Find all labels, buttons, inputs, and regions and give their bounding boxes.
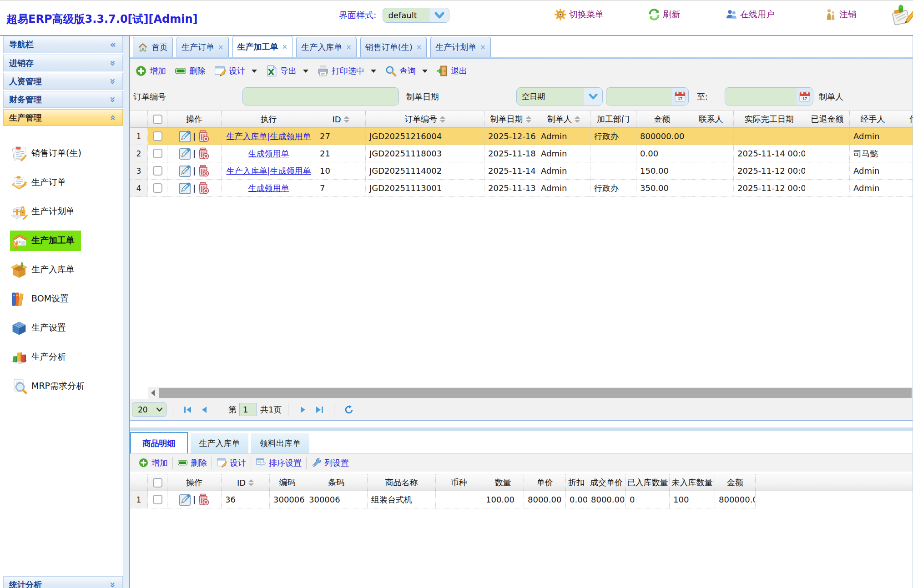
switch-menu-link[interactable]: 切换菜单 (554, 8, 604, 21)
tab-production-process[interactable]: 生产加工单× (232, 36, 293, 57)
trash-icon[interactable] (197, 493, 209, 506)
sidebar-splitter[interactable] (123, 36, 129, 588)
column-quantity-header[interactable]: 数量 (482, 474, 524, 491)
edit-icon[interactable] (179, 147, 192, 160)
row-checkbox[interactable] (153, 166, 162, 176)
detail-design-button[interactable]: 设计 (217, 457, 246, 468)
edit-icon[interactable] (179, 130, 192, 142)
tab-sales-order[interactable]: 销售订单(生)× (360, 37, 427, 57)
column-actual-finish-date-header[interactable]: 实际完工日期 (734, 111, 805, 127)
column-barcode-header[interactable]: 条码 (305, 474, 368, 491)
edit-icon[interactable] (179, 182, 192, 194)
column-amount-header[interactable]: 金额 (636, 111, 688, 127)
detail-add-button[interactable]: 增加 (138, 457, 168, 468)
column-id-header[interactable]: ID (222, 474, 270, 491)
trash-icon[interactable] (197, 182, 209, 194)
ui-style-select[interactable]: default (383, 8, 449, 23)
column-code-header[interactable]: 编码 (270, 474, 305, 491)
collapse-panel-icon[interactable]: « (110, 40, 116, 50)
table-row[interactable]: 3|生产入库单|生成领用单10JGD202511140022025-11-14A… (130, 162, 913, 180)
last-page-button[interactable] (314, 405, 324, 415)
column-amount-header[interactable]: 金额 (715, 474, 756, 491)
close-tab-icon[interactable]: × (346, 43, 352, 51)
sidebar-item-production-process[interactable]: 生产加工单 (3, 226, 123, 255)
date-to-input[interactable]: 17 (725, 87, 813, 106)
sidebar-item-production-analysis[interactable]: 生产分析 (3, 342, 123, 372)
calendar-icon[interactable]: 17 (797, 88, 813, 105)
refresh-grid-button[interactable] (344, 405, 354, 415)
execute-link[interactable]: 生产入库单|生成领用单 (226, 131, 311, 142)
column-refunded-amount-header[interactable]: 已退金额 (805, 111, 850, 127)
chevron-double-down-icon[interactable]: » (108, 96, 118, 103)
column-maker-header[interactable]: 制单人 (537, 111, 590, 127)
tab-production-order[interactable]: 生产订单× (177, 37, 229, 57)
execute-link[interactable]: 生产入库单|生成领用单 (226, 166, 311, 176)
table-row[interactable]: 1|36300006300006组装台式机100.008000.000.0080… (130, 491, 913, 508)
table-row[interactable]: 1|生产入库单|生成领用单27JGD202512160042025-12-16A… (130, 128, 913, 145)
sort-settings-button[interactable]: 排序设置 (256, 457, 302, 468)
chevron-down-icon[interactable] (584, 88, 602, 105)
logout-link[interactable]: 注销 (824, 8, 857, 21)
sort-icon[interactable] (526, 116, 531, 123)
column-select-all-header[interactable] (148, 474, 167, 491)
column-discount-header[interactable]: 折扣 (566, 474, 587, 491)
first-page-button[interactable] (183, 405, 193, 415)
select-all-checkbox[interactable] (153, 478, 162, 487)
column-contact-header[interactable]: 联系人 (688, 111, 734, 127)
column-process-dept-header[interactable]: 加工部门 (590, 111, 636, 127)
detail-tab-production-inbound[interactable]: 生产入库单 (191, 433, 248, 453)
column-deal-price-header[interactable]: 成交单价 (587, 474, 626, 491)
scroll-left-arrow[interactable] (148, 387, 158, 399)
column-settings-button[interactable]: 列设置 (311, 457, 349, 468)
page-size-select[interactable]: 20 (132, 402, 166, 417)
select-all-checkbox[interactable] (153, 115, 162, 124)
export-button[interactable]: 导出 (266, 65, 308, 77)
row-checkbox[interactable] (153, 183, 162, 193)
query-button[interactable]: 查询 (385, 65, 428, 77)
detail-tab-material-outbound[interactable]: 领料出库单 (251, 433, 309, 453)
chevron-down-icon[interactable] (153, 403, 166, 416)
sidebar-item-production-order[interactable]: 生产订单 (3, 168, 123, 197)
sidebar-item-production-inbound[interactable]: 生产入库单 (3, 255, 123, 284)
chevron-double-up-icon[interactable]: » (108, 115, 118, 121)
order-no-input[interactable] (242, 87, 399, 106)
calendar-icon[interactable]: 17 (672, 88, 688, 105)
execute-link[interactable]: 生成领用单 (248, 148, 289, 159)
trash-icon[interactable] (197, 130, 209, 142)
sort-icon[interactable] (440, 116, 445, 123)
table-row[interactable]: 2|生成领用单21JGD202511180032025-11-18Admin0.… (130, 145, 913, 162)
column-operation-header[interactable]: 操作 (167, 474, 222, 491)
sidebar-section-finance[interactable]: 财务管理» (3, 91, 123, 108)
date-mode-select[interactable]: 空日期 (516, 87, 603, 106)
detail-delete-button[interactable]: 删除 (177, 457, 207, 468)
sort-icon[interactable] (344, 116, 349, 123)
dropdown-arrow-icon[interactable] (371, 70, 376, 73)
sidebar-item-bom-settings[interactable]: BOM设置 (3, 284, 123, 313)
row-checkbox[interactable] (153, 131, 162, 141)
tab-home[interactable]: 首页 (133, 37, 173, 57)
dropdown-arrow-icon[interactable] (422, 70, 428, 73)
row-checkbox[interactable] (153, 149, 162, 158)
next-page-button[interactable] (298, 405, 308, 415)
close-tab-icon[interactable]: × (282, 43, 288, 51)
close-tab-icon[interactable]: × (480, 43, 486, 51)
sidebar-item-production-settings[interactable]: 生产设置 (3, 313, 123, 342)
close-tab-icon[interactable]: × (416, 43, 422, 51)
dropdown-arrow-icon[interactable] (252, 70, 257, 73)
scrollbar-thumb[interactable] (159, 388, 912, 398)
sidebar-item-mrp-analysis[interactable]: MRP需求分析 (3, 372, 123, 401)
tab-production-plan[interactable]: 生产计划单× (430, 37, 491, 57)
sidebar-item-production-plan[interactable]: 生产计划单 (3, 197, 123, 226)
column-row-number-header[interactable] (130, 474, 148, 491)
exit-button[interactable]: 退出 (436, 65, 467, 77)
sidebar-section-inventory[interactable]: 进销存» (3, 55, 123, 71)
scrollbar-track[interactable] (158, 387, 913, 399)
prev-page-button[interactable] (199, 405, 209, 415)
column-payment-amount-header[interactable]: 付款金额 (896, 111, 913, 127)
tab-production-inbound[interactable]: 生产入库单× (296, 37, 357, 57)
sidebar-section-navbar[interactable]: 导航栏« (3, 36, 123, 53)
column-execute-header[interactable]: 执行 (222, 111, 316, 127)
chevron-double-down-icon[interactable]: » (108, 60, 118, 66)
trash-icon[interactable] (197, 165, 209, 177)
register-icon[interactable] (890, 5, 913, 27)
